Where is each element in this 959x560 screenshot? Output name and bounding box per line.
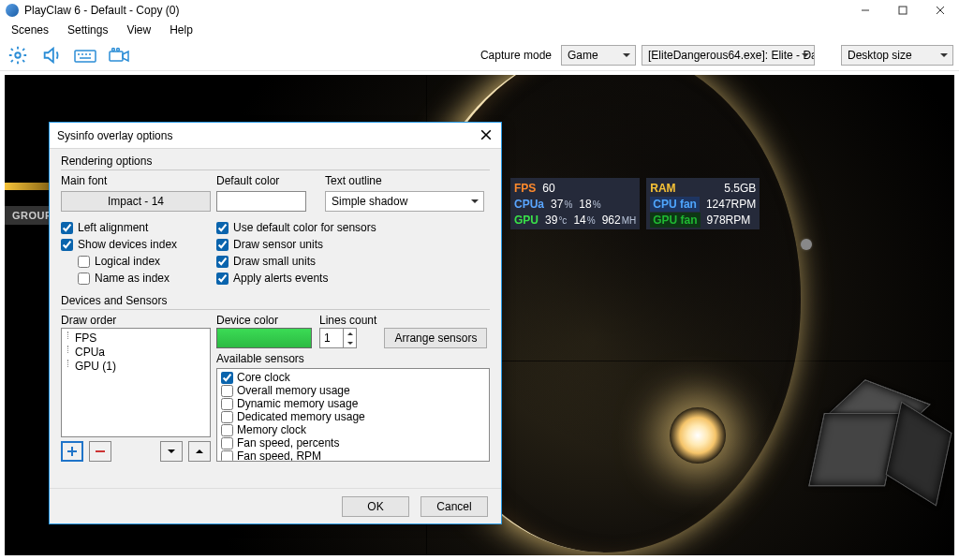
- overlay-cpua-v2: 18%: [579, 198, 600, 211]
- sysinfo-options-dialog: Sysinfo overlay options Rendering option…: [49, 122, 502, 524]
- rendering-options-heading: Rendering options: [61, 155, 490, 168]
- dialog-close-button[interactable]: [480, 129, 494, 142]
- speaker-icon[interactable]: [39, 43, 64, 67]
- sysinfo-left-panel: FPS 60 CPUa 37% 18% GPU 39°c 14% 962MH: [510, 178, 640, 229]
- overlay-gpufan-value: 978RPM: [707, 214, 751, 227]
- lines-count-label: Lines count: [319, 314, 376, 327]
- draw-order-tree[interactable]: FPS CPUa GPU (1): [61, 328, 211, 437]
- text-outline-combo[interactable]: Simple shadow: [325, 191, 484, 212]
- maximize-button[interactable]: [884, 0, 922, 21]
- menu-view[interactable]: View: [119, 22, 158, 38]
- menu-help[interactable]: Help: [162, 22, 200, 38]
- device-color-swatch[interactable]: [216, 328, 312, 348]
- sysinfo-overlay: FPS 60 CPUa 37% 18% GPU 39°c 14% 962MH R…: [510, 178, 760, 229]
- arrange-sensors-button[interactable]: Arrange sensors: [384, 328, 487, 348]
- main-font-button[interactable]: Impact - 14: [61, 191, 211, 212]
- dialog-titlebar: Sysinfo overlay options: [50, 123, 501, 149]
- overlay-gpu-v3: 962MH: [602, 214, 637, 227]
- svg-point-4: [112, 48, 115, 51]
- overlay-ram-label: RAM: [650, 182, 675, 195]
- available-sensors-label: Available sensors: [216, 352, 490, 365]
- available-sensor-label: Memory clock: [237, 423, 306, 436]
- overlay-cpua-v1: 37%: [551, 198, 572, 211]
- capture-target-combo[interactable]: [EliteDangerous64.exe]: Elite - Dar: [642, 45, 815, 66]
- tree-item[interactable]: GPU (1): [66, 360, 206, 374]
- sysinfo-right-panel: RAM 5.5GB CPU fan 1247RPM GPU fan 978RPM: [646, 178, 760, 229]
- available-sensor-label: Fan speed, RPM: [237, 449, 321, 462]
- spin-down-icon[interactable]: [344, 338, 356, 347]
- menubar: Scenes Settings View Help: [0, 21, 959, 39]
- chk-draw-small-units[interactable]: Draw small units: [216, 255, 490, 268]
- add-device-button[interactable]: [61, 441, 83, 462]
- moon-art: [801, 239, 812, 250]
- svg-rect-2: [75, 51, 96, 62]
- chk-apply-alerts[interactable]: Apply alerts events: [216, 272, 490, 285]
- main-font-label: Main font: [61, 174, 211, 187]
- close-button[interactable]: [922, 0, 959, 21]
- lines-count-spinner[interactable]: 1: [319, 328, 357, 348]
- chk-logical-index[interactable]: Logical index: [78, 255, 211, 268]
- default-color-label: Default color: [216, 174, 319, 187]
- overlay-gpu-v1: 39°c: [545, 214, 567, 227]
- overlay-gpu-label: GPU: [514, 214, 539, 227]
- svg-point-5: [117, 48, 120, 51]
- overlay-cpufan-label: CPU fan: [650, 197, 700, 212]
- available-sensor-label: Fan speed, percents: [237, 436, 339, 449]
- sun-art: [670, 407, 726, 464]
- menu-scenes[interactable]: Scenes: [4, 22, 56, 38]
- svg-rect-3: [110, 52, 123, 61]
- station-art: [782, 383, 949, 550]
- remove-device-button[interactable]: [89, 441, 111, 462]
- svg-point-1: [15, 52, 21, 58]
- available-sensor-item[interactable]: Memory clock: [221, 423, 485, 436]
- lines-count-value: 1: [324, 332, 331, 345]
- gear-icon[interactable]: [6, 43, 30, 67]
- cancel-button[interactable]: Cancel: [420, 496, 488, 517]
- overlay-fps-label: FPS: [514, 182, 536, 195]
- devices-sensors-heading: Devices and Sensors: [61, 294, 490, 307]
- device-color-label: Device color: [216, 314, 312, 327]
- chk-name-as-index[interactable]: Name as index: [78, 272, 211, 285]
- svg-rect-0: [899, 7, 907, 14]
- titlebar: PlayClaw 6 - Default - Copy (0): [0, 0, 959, 21]
- move-down-button[interactable]: [160, 441, 183, 462]
- camera-icon[interactable]: [107, 43, 131, 67]
- default-color-swatch[interactable]: [216, 191, 306, 212]
- available-sensors-list[interactable]: Core clockOverall memory usageDynamic me…: [216, 368, 490, 462]
- draw-order-label: Draw order: [61, 314, 211, 327]
- available-sensor-label: Core clock: [237, 371, 290, 384]
- capture-mode-combo[interactable]: Game: [561, 45, 636, 66]
- move-up-button[interactable]: [188, 441, 211, 462]
- overlay-cpua-label: CPUa: [514, 198, 544, 211]
- keyboard-icon[interactable]: [73, 43, 97, 67]
- chk-draw-sensor-units[interactable]: Draw sensor units: [216, 238, 490, 251]
- tree-item[interactable]: CPUa: [66, 346, 206, 360]
- overlay-gpufan-label: GPU fan: [650, 213, 700, 228]
- available-sensor-item[interactable]: Overall memory usage: [221, 384, 485, 397]
- overlay-gpu-v2: 14%: [573, 214, 595, 227]
- app-icon: [6, 4, 19, 17]
- capture-mode-label: Capture mode: [480, 49, 552, 62]
- spin-up-icon[interactable]: [344, 329, 356, 338]
- capture-size-combo[interactable]: Desktop size: [841, 45, 953, 66]
- available-sensor-label: Overall memory usage: [237, 384, 350, 397]
- ok-button[interactable]: OK: [342, 496, 409, 517]
- text-outline-label: Text outline: [325, 174, 484, 187]
- available-sensor-item[interactable]: Core clock: [221, 371, 485, 384]
- available-sensor-label: Dynamic memory usage: [237, 397, 358, 410]
- available-sensor-item[interactable]: Fan speed, percents: [221, 436, 485, 449]
- available-sensor-item[interactable]: Dynamic memory usage: [221, 397, 485, 410]
- window-title: PlayClaw 6 - Default - Copy (0): [24, 4, 179, 17]
- overlay-ram-value: 5.5GB: [724, 182, 756, 195]
- available-sensor-label: Dedicated memory usage: [237, 410, 365, 423]
- chk-show-devices-index[interactable]: Show devices index: [61, 238, 211, 251]
- chk-left-alignment[interactable]: Left alignment: [61, 221, 211, 234]
- tree-item[interactable]: FPS: [66, 332, 206, 346]
- chk-use-default-color[interactable]: Use default color for sensors: [216, 221, 490, 234]
- available-sensor-item[interactable]: Fan speed, RPM: [221, 449, 485, 462]
- minimize-button[interactable]: [847, 0, 884, 21]
- menu-settings[interactable]: Settings: [60, 22, 115, 38]
- overlay-fps-value: 60: [542, 182, 554, 195]
- available-sensor-item[interactable]: Dedicated memory usage: [221, 410, 485, 423]
- toolbar: Capture mode Game [EliteDangerous64.exe]…: [0, 39, 959, 71]
